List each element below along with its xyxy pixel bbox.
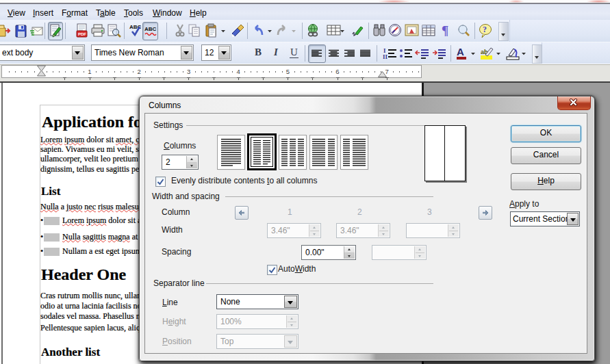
svg-text:ABC: ABC	[144, 26, 157, 32]
svg-text:II: II	[383, 53, 388, 60]
svg-text:¶: ¶	[442, 23, 448, 38]
svg-text:?: ?	[483, 25, 487, 34]
svg-text:PDF: PDF	[78, 32, 86, 36]
svg-text:A: A	[457, 46, 464, 57]
